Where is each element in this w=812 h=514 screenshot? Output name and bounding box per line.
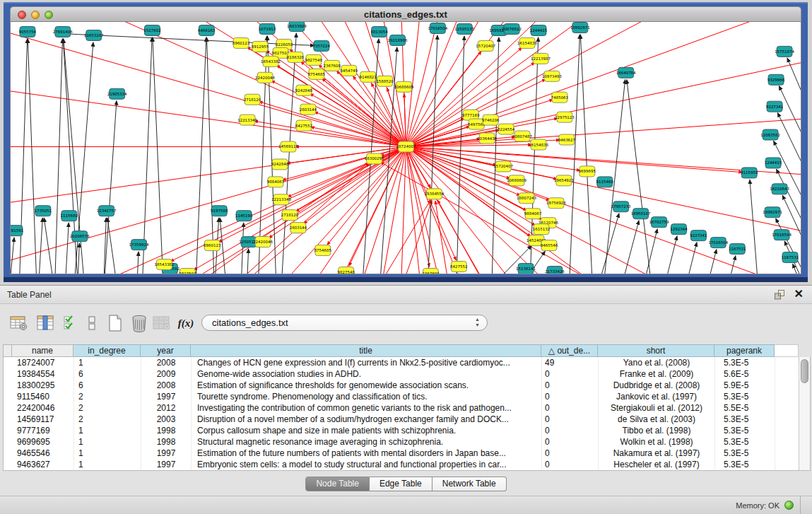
graph-edge[interactable] xyxy=(100,101,117,274)
graph-edge[interactable] xyxy=(406,22,472,147)
graph-node[interactable]: 9055754 xyxy=(19,26,37,37)
column-header-in_degree[interactable]: in_degree xyxy=(73,344,141,357)
graph-node[interactable]: 15751874 xyxy=(775,46,794,57)
graph-edge[interactable] xyxy=(406,147,472,274)
tab-network-table[interactable]: Network Table xyxy=(433,477,507,491)
graph-node[interactable]: 10973493 xyxy=(542,71,562,81)
graph-node[interactable]: 9329966 xyxy=(767,74,785,85)
table-row[interactable]: 946554611997Estimation of the future num… xyxy=(4,448,810,459)
graph-node[interactable]: 9699695 xyxy=(579,166,596,177)
graph-node[interactable]: 12213987 xyxy=(531,53,551,64)
graph-node[interactable]: 9115958 xyxy=(741,168,758,178)
graph-edge[interactable] xyxy=(406,103,801,147)
graph-edge[interactable] xyxy=(15,39,28,274)
graph-node[interactable]: 20206576 xyxy=(70,231,90,242)
graph-edge[interactable] xyxy=(639,236,677,274)
graph-node[interactable]: 15720407 xyxy=(476,40,495,51)
graph-edge[interactable] xyxy=(627,80,660,274)
graph-node[interactable]: 16782759 xyxy=(649,217,669,228)
column-header-pagerank[interactable]: pagerank xyxy=(714,344,775,357)
column-visibility-icon[interactable] xyxy=(35,313,57,334)
graph-node[interactable]: 8960123 xyxy=(204,240,221,251)
graph-edge[interactable] xyxy=(296,147,406,274)
table-row[interactable]: 911546021997Tourette syndrome. Phenomeno… xyxy=(4,391,810,402)
graph-node[interactable]: 9465546 xyxy=(541,240,558,251)
graph-edge[interactable] xyxy=(579,214,619,274)
graph-node[interactable]: 9827548 xyxy=(338,267,355,274)
graph-node[interactable]: 10688609 xyxy=(507,175,526,186)
network-canvas[interactable]: 9055754276914061065328715276026466163107… xyxy=(10,22,801,274)
graph-node[interactable]: 9827503 xyxy=(179,269,196,274)
graph-node[interactable]: 20876822 xyxy=(502,23,522,34)
row-boxes-icon[interactable] xyxy=(81,313,102,334)
graph-edge[interactable] xyxy=(11,238,14,274)
graph-edge[interactable] xyxy=(406,147,429,267)
table-row[interactable]: 969969511998Structural magnetic resonanc… xyxy=(4,436,810,448)
graph-node[interactable]: 9884067 xyxy=(524,209,542,219)
graph-edge[interactable] xyxy=(677,250,716,274)
graph-node[interactable]: 1527602 xyxy=(143,25,160,35)
column-header-year[interactable]: year xyxy=(141,344,191,357)
tab-node-table[interactable]: Node Table xyxy=(305,477,370,491)
graph-node[interactable]: 18992971 xyxy=(763,207,782,218)
graph-edge[interactable] xyxy=(28,39,43,274)
graph-node[interactable]: 1588520 xyxy=(376,76,394,86)
graph-edge[interactable] xyxy=(50,39,63,274)
table-row[interactable]: 1456911722003Disruption of a novel membe… xyxy=(4,414,810,425)
graph-node[interactable]: 18300295 xyxy=(365,153,384,164)
graph-node[interactable]: 1244415 xyxy=(530,25,547,35)
graph-node[interactable]: 17359924 xyxy=(129,240,149,250)
graph-node[interactable]: 17016504 xyxy=(772,230,792,240)
graph-node[interactable]: 1244415 xyxy=(765,158,782,168)
tab-edge-table[interactable]: Edge Table xyxy=(370,477,433,491)
column-header-title[interactable]: title xyxy=(191,344,541,357)
graph-edge[interactable] xyxy=(452,36,464,274)
graph-node[interactable]: 8454749 xyxy=(341,65,358,76)
graph-node[interactable]: 2718120 xyxy=(244,94,261,105)
graph-node[interactable]: 8960123 xyxy=(233,37,250,48)
graph-node[interactable]: 16543382 xyxy=(261,56,281,66)
graph-node[interactable]: 10688609 xyxy=(394,81,414,92)
close-icon[interactable]: ✕ xyxy=(794,287,804,300)
graph-node[interactable]: 1145190 xyxy=(235,211,253,221)
graph-node[interactable]: 9146821 xyxy=(359,71,376,82)
graph-node[interactable]: 20364436 xyxy=(477,133,497,144)
graph-edge[interactable] xyxy=(259,102,406,147)
graph-edge[interactable] xyxy=(52,22,406,147)
graph-node[interactable]: 12975123 xyxy=(555,112,575,122)
graph-node[interactable]: 9242848 xyxy=(271,159,289,170)
graph-edge[interactable] xyxy=(37,218,42,274)
graph-node[interactable]: 2367608 xyxy=(422,269,440,274)
graph-node[interactable]: 16648784 xyxy=(616,67,636,78)
column-header-out_de...[interactable]: △ out_de... xyxy=(541,344,598,357)
graph-node[interactable]: 1292344 xyxy=(670,224,688,235)
graph-node[interactable]: 2718120 xyxy=(281,210,299,221)
table-row[interactable]: 946362711997Embryonic stem cells: a mode… xyxy=(4,459,810,470)
graph-node[interactable]: 16543382 xyxy=(154,259,174,270)
graph-node[interactable]: 8754685 xyxy=(314,245,331,256)
table-row[interactable]: 2242004622012Investigating the contribut… xyxy=(4,402,810,414)
graph-node[interactable]: 9197588 xyxy=(211,206,228,216)
graph-node[interactable]: 9227341 xyxy=(690,230,707,241)
graph-node[interactable]: 1071913 xyxy=(259,23,276,34)
graph-node[interactable]: 2803144 xyxy=(300,104,317,115)
graph-edge[interactable] xyxy=(44,218,56,274)
float-window-icon[interactable] xyxy=(774,289,785,300)
graph-node[interactable]: 8224554 xyxy=(498,124,515,134)
graph-node[interactable]: 14569117 xyxy=(278,141,298,152)
graph-node[interactable]: 19756928 xyxy=(546,198,566,209)
checklist-icon[interactable] xyxy=(61,313,82,334)
column-header-short[interactable]: short xyxy=(598,344,714,357)
graph-edge[interactable] xyxy=(246,249,249,274)
graph-node[interactable]: 7485063 xyxy=(551,92,569,103)
graph-node[interactable]: 9746206 xyxy=(482,115,500,125)
graph-edge[interactable] xyxy=(580,35,599,274)
graph-node[interactable]: 16958107 xyxy=(631,209,651,219)
graph-node[interactable]: 1615132 xyxy=(533,224,550,235)
graph-node[interactable]: 8813054 xyxy=(370,26,388,37)
graph-node[interactable]: 7357224 xyxy=(313,40,331,51)
graph-node[interactable]: 9884067 xyxy=(267,177,285,187)
table-row[interactable]: 1830029562008Estimation of significance … xyxy=(4,380,810,391)
graph-node[interactable]: 1115680 xyxy=(61,211,78,221)
graph-node[interactable]: 16210643 xyxy=(770,184,789,194)
